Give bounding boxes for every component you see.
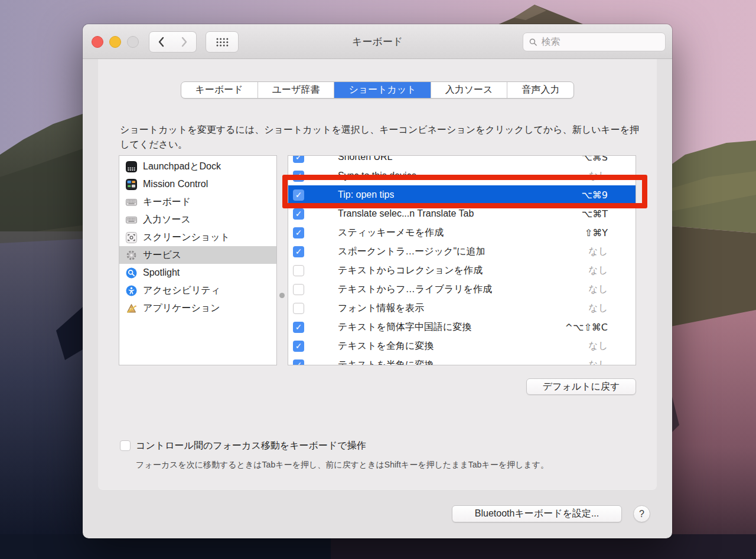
sidebar-item-4[interactable]: スクリーンショット: [119, 228, 276, 246]
sidebar-item-label: Spotlight: [143, 267, 180, 278]
shortcut-row-11[interactable]: ✓ テキストを半角に変換 なし: [288, 355, 636, 365]
spotlight-icon: [126, 267, 137, 279]
sidebar-item-1[interactable]: Mission Control: [119, 175, 276, 193]
preferences-pane: キーボードユーザ辞書ショートカット入力ソース音声入力 ショートカットを変更するに…: [98, 59, 657, 489]
shortcuts-description: ショートカットを変更するには、ショートカットを選択し、キーコンビネーションをクリ…: [120, 123, 641, 152]
shortcut-key-combo[interactable]: ^⌥⇧⌘C: [565, 322, 608, 333]
shortcut-checkbox[interactable]: ✓: [293, 322, 304, 333]
shortcut-key-combo[interactable]: なし: [588, 264, 608, 277]
sidebar-item-7[interactable]: アクセシビリティ: [119, 282, 276, 299]
shortcut-row-3[interactable]: ✓ Translate selec...n Translate Tab ⌥⌘T: [288, 204, 636, 223]
keyboard-focus-label: コントロール間のフォーカス移動をキーボードで操作: [136, 440, 366, 452]
restore-defaults-button[interactable]: デフォルトに戻す: [526, 378, 636, 395]
shortcut-checkbox[interactable]: ✓: [293, 227, 304, 238]
tab-4[interactable]: 音声入力: [507, 82, 573, 98]
keyboard-focus-option[interactable]: コントロール間のフォーカス移動をキーボードで操作: [120, 440, 366, 452]
shortcut-label: スポークントラ…ージック"に追加: [338, 246, 485, 258]
keyboard-icon: [126, 197, 137, 208]
shortcut-checkbox[interactable]: ✓: [293, 189, 304, 201]
shortcut-key-combo[interactable]: なし: [588, 340, 608, 352]
shortcut-row-9[interactable]: ✓ テキストを簡体字中国語に変換 ^⌥⇧⌘C: [288, 318, 636, 336]
launchpad-dock-icon: [126, 161, 137, 172]
tab-1[interactable]: ユーザ辞書: [258, 82, 335, 98]
services-icon: [126, 250, 137, 261]
shortcut-checkbox[interactable]: ✓: [293, 171, 304, 182]
sidebar-item-5[interactable]: サービス: [119, 246, 276, 264]
shortcut-checkbox[interactable]: [293, 284, 304, 295]
shortcut-key-combo[interactable]: なし: [588, 359, 608, 366]
titlebar: キーボード: [83, 24, 672, 59]
shortcut-label: テキストからフ…ライブラリを作成: [338, 283, 492, 296]
sidebar-item-3[interactable]: 入力ソース: [119, 211, 276, 228]
shortcut-checkbox[interactable]: [293, 265, 304, 276]
shortcut-checkbox[interactable]: ✓: [293, 155, 304, 163]
tab-3[interactable]: 入力ソース: [431, 82, 508, 98]
shortcut-checkbox[interactable]: ✓: [293, 246, 304, 257]
shortcut-row-8[interactable]: フォント情報を表示 なし: [288, 299, 636, 318]
shortcut-row-0[interactable]: ✓ Shorten URL ⌥⌘S: [288, 155, 636, 166]
desktop: キーボード キーボードユーザ辞書ショートカット入力ソース音声入力 ショートカット…: [0, 0, 756, 559]
shortcut-label: フォント情報を表示: [338, 302, 424, 315]
sidebar-item-0[interactable]: LaunchpadとDock: [119, 158, 276, 175]
shortcut-key-combo[interactable]: ⌥⌘T: [582, 208, 608, 220]
search-field[interactable]: [523, 32, 666, 51]
shortcut-checkbox[interactable]: [293, 303, 304, 314]
bluetooth-keyboard-button[interactable]: Bluetoothキーボードを設定...: [452, 505, 622, 522]
tab-bar-wrap: キーボードユーザ辞書ショートカット入力ソース音声入力: [98, 81, 657, 99]
mission-control-icon: [126, 179, 137, 190]
shortcut-row-1[interactable]: ✓ Sync to this device なし: [288, 166, 636, 185]
shortcut-rows: ✓ Shorten URL ⌥⌘S ✓ Sync to this device …: [288, 155, 636, 365]
sidebar-item-2[interactable]: キーボード: [119, 193, 276, 211]
search-input[interactable]: [542, 37, 659, 47]
sidebar-item-label: アクセシビリティ: [143, 285, 220, 297]
shortcut-label: Shorten URL: [338, 155, 393, 162]
help-button[interactable]: ?: [633, 505, 650, 522]
sidebar-item-label: キーボード: [143, 196, 191, 208]
shortcut-row-10[interactable]: ✓ テキストを全角に変換 なし: [288, 336, 636, 355]
tab-2[interactable]: ショートカット: [334, 82, 431, 98]
shortcut-row-2[interactable]: ✓ Tip: open tips ⌥⌘9: [288, 185, 636, 204]
services-shortcut-list[interactable]: ✓ Shorten URL ⌥⌘S ✓ Sync to this device …: [288, 155, 636, 365]
shortcut-label: スティッキーメモを作成: [338, 227, 444, 239]
sidebar-inner: LaunchpadとDock Mission Control キーボード 入力ソ…: [119, 156, 276, 317]
shortcut-key-combo[interactable]: ⌥⌘9: [581, 189, 608, 201]
sidebar-item-label: サービス: [143, 249, 181, 261]
shortcut-row-4[interactable]: ✓ スティッキーメモを作成 ⇧⌘Y: [288, 223, 636, 242]
tab-bar: キーボードユーザ辞書ショートカット入力ソース音声入力: [181, 81, 575, 99]
sidebar-item-label: LaunchpadとDock: [143, 161, 221, 173]
shortcut-label: テキストを全角に変換: [338, 340, 434, 352]
tab-0[interactable]: キーボード: [181, 82, 258, 98]
shortcut-row-5[interactable]: ✓ スポークントラ…ージック"に追加 なし: [288, 242, 636, 261]
shortcut-label: Tip: open tips: [338, 189, 394, 200]
shortcut-label: テキストを簡体字中国語に変換: [338, 321, 471, 334]
sidebar-item-8[interactable]: アプリケーション: [119, 299, 276, 317]
sidebar-item-label: 入力ソース: [143, 214, 191, 226]
shortcut-row-7[interactable]: テキストからフ…ライブラリを作成 なし: [288, 280, 636, 299]
keyboard-focus-checkbox[interactable]: [120, 440, 131, 451]
shortcut-categories-list[interactable]: LaunchpadとDock Mission Control キーボード 入力ソ…: [119, 155, 277, 365]
splitter-handle[interactable]: [279, 293, 285, 298]
sidebar-item-label: スクリーンショット: [143, 231, 230, 244]
shortcut-checkbox[interactable]: ✓: [293, 341, 304, 352]
shortcut-key-combo[interactable]: なし: [588, 302, 608, 315]
search-icon: [529, 38, 537, 47]
shortcut-label: テキストを半角に変換: [338, 359, 434, 366]
shortcut-key-combo[interactable]: なし: [588, 170, 608, 182]
accessibility-icon: [126, 285, 137, 296]
shortcut-checkbox[interactable]: ✓: [293, 208, 304, 220]
shortcut-row-6[interactable]: テキストからコレクションを作成 なし: [288, 261, 636, 280]
screenshot-icon: [126, 232, 137, 243]
applications-icon: [126, 303, 137, 314]
shortcut-key-combo[interactable]: ⌥⌘S: [581, 155, 608, 163]
shortcut-key-combo[interactable]: なし: [588, 246, 608, 258]
shortcut-label: テキストからコレクションを作成: [338, 264, 483, 277]
keyboard-focus-note: フォーカスを次に移動するときはTabキーを押し、前に戻すときはShiftキーを押…: [136, 460, 644, 470]
shortcut-key-combo[interactable]: なし: [588, 283, 608, 296]
shortcut-checkbox[interactable]: ✓: [293, 359, 304, 366]
input-source-icon: [126, 214, 137, 225]
sidebar-item-label: アプリケーション: [143, 302, 220, 315]
shortcut-key-combo[interactable]: ⇧⌘Y: [585, 227, 608, 238]
shortcut-label: Sync to this device: [338, 171, 416, 181]
sidebar-item-6[interactable]: Spotlight: [119, 264, 276, 282]
shortcut-label: Translate selec...n Translate Tab: [338, 208, 474, 219]
